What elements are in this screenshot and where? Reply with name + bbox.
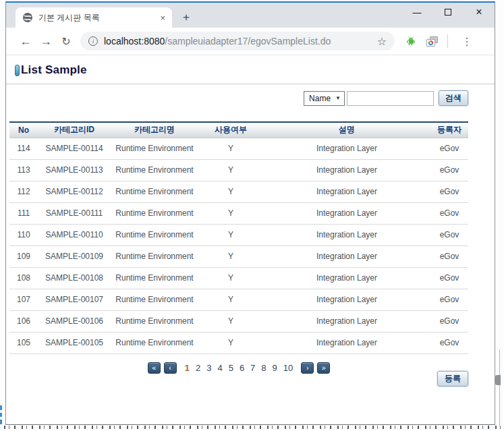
minimize-button[interactable]: — bbox=[401, 1, 432, 23]
cell-id[interactable]: SAMPLE-00109 bbox=[38, 246, 111, 267]
cell-id[interactable]: SAMPLE-00110 bbox=[38, 224, 111, 246]
android-extension-icon[interactable] bbox=[405, 36, 416, 47]
last-page-button[interactable]: » bbox=[317, 362, 330, 374]
title-bar[interactable]: 기본 게시판 목록 × + — × bbox=[6, 3, 495, 28]
browser-tab[interactable]: 기본 게시판 목록 × bbox=[16, 7, 172, 28]
page-number-1[interactable]: 1 bbox=[185, 363, 190, 373]
prev-page-button[interactable]: ‹ bbox=[164, 362, 177, 374]
maximize-button[interactable] bbox=[432, 1, 464, 23]
cell-reg: eGov bbox=[430, 224, 468, 246]
cell-use: Y bbox=[198, 289, 263, 310]
bookmark-star-icon[interactable]: ☆ bbox=[377, 35, 387, 48]
maximize-icon bbox=[445, 9, 451, 16]
cell-desc: Integration Layer bbox=[263, 202, 430, 224]
cell-use: Y bbox=[198, 138, 263, 159]
page-number-2[interactable]: 2 bbox=[196, 363, 200, 373]
cell-name: Runtime Environment bbox=[111, 332, 198, 353]
cell-id[interactable]: SAMPLE-00108 bbox=[38, 267, 111, 289]
page-number-4[interactable]: 4 bbox=[217, 363, 222, 373]
mobile-simulator-extension-icon[interactable] bbox=[426, 36, 438, 47]
cell-reg: eGov bbox=[430, 332, 468, 353]
search-field-select[interactable]: Name ▼ bbox=[304, 91, 345, 106]
background-window-edge bbox=[499, 349, 500, 426]
header-category-name: 카테고리명 bbox=[111, 122, 198, 138]
cell-use: Y bbox=[198, 310, 263, 332]
back-icon[interactable]: ← bbox=[16, 34, 36, 49]
cell-use: Y bbox=[198, 224, 263, 246]
new-tab-button[interactable]: + bbox=[183, 11, 190, 24]
cell-no: 110 bbox=[9, 224, 38, 246]
cell-reg: eGov bbox=[430, 310, 468, 332]
first-page-button[interactable]: « bbox=[148, 362, 161, 374]
table-row: 106SAMPLE-00106Runtime EnvironmentYInteg… bbox=[9, 310, 468, 332]
search-button[interactable]: 검색 bbox=[439, 90, 468, 106]
page-content: List Sample Name ▼ 검색 No bbox=[6, 55, 495, 424]
cell-desc: Integration Layer bbox=[263, 181, 430, 202]
table-row: 110SAMPLE-00110Runtime EnvironmentYInteg… bbox=[9, 224, 468, 246]
cell-reg: eGov bbox=[430, 181, 468, 202]
site-info-icon[interactable]: i bbox=[88, 36, 98, 46]
table-row: 112SAMPLE-00112Runtime EnvironmentYInteg… bbox=[9, 181, 468, 202]
browser-window: 기본 게시판 목록 × + — × ← → ↻ i localhost:8080… bbox=[5, 1, 495, 425]
page-number-5[interactable]: 5 bbox=[229, 363, 233, 373]
cell-no: 113 bbox=[9, 159, 38, 181]
cell-id[interactable]: SAMPLE-00112 bbox=[38, 181, 111, 202]
sample-list-table: No 카테고리ID 카테고리명 사용여부 설명 등록자 114SAMPLE-00… bbox=[9, 121, 468, 354]
toolbar-separator bbox=[447, 34, 448, 48]
cell-use: Y bbox=[198, 159, 263, 181]
tab-close-icon[interactable]: × bbox=[160, 13, 165, 23]
background-artifact bbox=[0, 405, 2, 410]
globe-favicon bbox=[22, 12, 33, 23]
cell-id[interactable]: SAMPLE-00107 bbox=[38, 289, 111, 310]
cell-id[interactable]: SAMPLE-00106 bbox=[38, 310, 111, 332]
cell-use: Y bbox=[198, 246, 263, 267]
cell-name: Runtime Environment bbox=[111, 310, 198, 332]
address-bar[interactable]: i localhost:8080/sampleuiadapter17/egovS… bbox=[80, 32, 395, 51]
browser-toolbar: ← → ↻ i localhost:8080/sampleuiadapter17… bbox=[6, 28, 495, 55]
cell-id[interactable]: SAMPLE-00111 bbox=[38, 202, 111, 224]
cell-no: 111 bbox=[9, 202, 38, 224]
background-artifact bbox=[0, 413, 2, 417]
cell-name: Runtime Environment bbox=[111, 289, 198, 310]
register-button[interactable]: 등록 bbox=[437, 371, 468, 386]
page-number-9[interactable]: 9 bbox=[273, 363, 277, 373]
title-divider bbox=[6, 84, 495, 84]
page-numbers: 12345678910 bbox=[185, 363, 293, 373]
forward-icon[interactable]: → bbox=[36, 34, 56, 49]
next-page-button[interactable]: › bbox=[301, 362, 314, 374]
cell-name: Runtime Environment bbox=[111, 267, 198, 289]
table-row: 107SAMPLE-00107Runtime EnvironmentYInteg… bbox=[9, 289, 468, 310]
header-use-yn: 사용여부 bbox=[198, 122, 263, 138]
pagination: « ‹ 12345678910 › » bbox=[9, 354, 468, 374]
cell-id[interactable]: SAMPLE-00113 bbox=[38, 159, 111, 181]
page-number-3[interactable]: 3 bbox=[206, 363, 211, 373]
cell-name: Runtime Environment bbox=[111, 138, 198, 159]
page-title-row: List Sample bbox=[15, 63, 495, 77]
cell-id[interactable]: SAMPLE-00105 bbox=[38, 332, 111, 353]
page-number-8[interactable]: 8 bbox=[261, 363, 266, 373]
cell-no: 109 bbox=[9, 246, 38, 267]
page-number-10[interactable]: 10 bbox=[283, 363, 293, 373]
url-path: /sampleuiadapter17/egovSampleList.do bbox=[165, 36, 331, 47]
refresh-icon[interactable]: ↻ bbox=[56, 35, 76, 48]
search-input[interactable] bbox=[347, 91, 434, 106]
url-text[interactable]: localhost:8080/sampleuiadapter17/egovSam… bbox=[104, 36, 373, 47]
page-number-6[interactable]: 6 bbox=[240, 363, 244, 373]
cell-desc: Integration Layer bbox=[263, 310, 430, 332]
background-text-fragments bbox=[4, 426, 501, 429]
cell-no: 112 bbox=[9, 181, 38, 202]
header-registrant: 등록자 bbox=[430, 122, 468, 138]
page-number-7[interactable]: 7 bbox=[250, 363, 255, 373]
chevron-down-icon: ▼ bbox=[335, 95, 341, 101]
header-category-id: 카테고리ID bbox=[38, 122, 111, 138]
cell-no: 108 bbox=[9, 267, 38, 289]
cell-id[interactable]: SAMPLE-00114 bbox=[38, 138, 111, 159]
cell-name: Runtime Environment bbox=[111, 202, 198, 224]
cell-desc: Integration Layer bbox=[263, 138, 430, 159]
cell-name: Runtime Environment bbox=[111, 181, 198, 202]
header-no: No bbox=[9, 122, 38, 138]
chrome-menu-icon[interactable]: ⋮ bbox=[461, 35, 472, 48]
cell-reg: eGov bbox=[430, 289, 468, 310]
window-close-button[interactable]: × bbox=[464, 1, 495, 23]
cell-desc: Integration Layer bbox=[263, 267, 430, 289]
